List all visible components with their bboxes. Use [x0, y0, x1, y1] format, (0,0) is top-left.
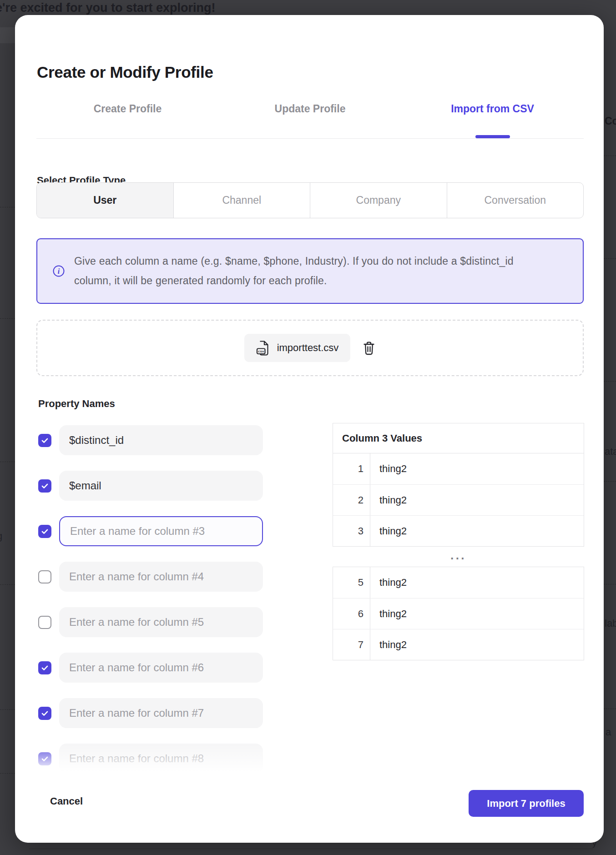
- property-checkbox-6[interactable]: [38, 661, 51, 674]
- backdrop-line: [0, 462, 15, 462]
- preview-row: 3thing2: [333, 515, 584, 546]
- check-icon: [40, 754, 49, 763]
- backdrop-line: [0, 318, 15, 319]
- info-banner-text: Give each column a name (e.g. $name, $ph…: [74, 251, 529, 291]
- preview-row: 2thing2: [333, 484, 584, 515]
- property-row-3: [38, 516, 263, 546]
- property-row-8: [38, 744, 263, 774]
- preview-row: 5thing2: [333, 567, 584, 598]
- property-names-label: Property Names: [38, 398, 115, 410]
- tab-create-profile[interactable]: Create Profile: [36, 99, 219, 122]
- property-checkbox-7[interactable]: [38, 707, 51, 720]
- preview-row-value: thing2: [370, 629, 584, 660]
- trash-icon: [362, 341, 376, 356]
- file-upload-area[interactable]: csv importtest.csv: [36, 320, 584, 376]
- property-name-input-8[interactable]: [59, 744, 263, 774]
- preview-row-value: thing2: [370, 485, 584, 515]
- preview-row-number: 7: [333, 629, 370, 660]
- info-icon: i: [52, 265, 65, 277]
- backdrop-line: [604, 584, 616, 584]
- svg-text:csv: csv: [258, 349, 264, 353]
- tabs-divider: [36, 138, 584, 139]
- property-row-7: [38, 698, 263, 728]
- column-values-rows: 1thing22thing23thing2: [333, 453, 584, 546]
- preview-row-value: thing2: [370, 516, 584, 546]
- svg-text:i: i: [58, 267, 60, 275]
- preview-row-value: thing2: [370, 567, 584, 598]
- check-icon: [40, 709, 49, 718]
- preview-row-number: 1: [333, 453, 370, 484]
- column-values-table-bottom: 5thing26thing27thing2: [333, 567, 584, 660]
- backdrop-line: [0, 773, 15, 774]
- property-name-input-4[interactable]: [59, 562, 263, 592]
- backdrop-line: [604, 381, 616, 382]
- backdrop-line: [604, 481, 616, 482]
- modal-title: Create or Modify Profile: [37, 63, 213, 81]
- backdrop-line: [604, 156, 616, 156]
- segment-company[interactable]: Company: [310, 183, 447, 218]
- preview-row-number: 5: [333, 567, 370, 598]
- column-values-header: Column 3 Values: [333, 423, 584, 453]
- property-row-5: [38, 607, 263, 637]
- property-row-2: [38, 471, 263, 501]
- property-checkbox-2[interactable]: [38, 479, 51, 493]
- property-checkbox-1[interactable]: [38, 434, 51, 447]
- backdrop-line: [604, 709, 616, 709]
- check-icon: [40, 527, 49, 536]
- page-backdrop: e're excited for you to start exploring!…: [0, 0, 616, 855]
- rows-ellipsis: ···: [333, 552, 584, 566]
- backdrop-line: [0, 709, 15, 710]
- backdrop-band: [0, 27, 15, 43]
- check-icon: [40, 436, 49, 445]
- property-row-6: [38, 653, 263, 683]
- segment-channel[interactable]: Channel: [173, 183, 310, 218]
- preview-row: 7thing2: [333, 629, 584, 660]
- segment-user[interactable]: User: [37, 183, 173, 218]
- property-name-input-7[interactable]: [59, 698, 263, 728]
- property-name-input-5[interactable]: [59, 607, 263, 637]
- info-banner: i Give each column a name (e.g. $name, $…: [36, 238, 584, 304]
- delete-file-button[interactable]: [362, 341, 376, 356]
- property-name-input-6[interactable]: [59, 653, 263, 683]
- backdrop-fragment-a: a: [606, 726, 611, 738]
- property-name-input-1[interactable]: [59, 425, 263, 455]
- property-name-input-3[interactable]: [59, 516, 263, 546]
- backdrop-heading-fragment: e're excited for you to start exploring!: [0, 1, 216, 15]
- tab-update-profile[interactable]: Update Profile: [219, 99, 401, 122]
- cancel-button[interactable]: Cancel: [50, 795, 83, 807]
- modal-tabs: Create Profile Update Profile Import fro…: [36, 99, 584, 122]
- preview-row-value: thing2: [370, 453, 584, 484]
- preview-row: 6thing2: [333, 598, 584, 629]
- backdrop-fragment-col: Col: [605, 115, 616, 127]
- preview-row-number: 3: [333, 516, 370, 546]
- property-checkbox-5[interactable]: [38, 616, 51, 629]
- backdrop-line: [604, 258, 616, 259]
- property-checkbox-4[interactable]: [38, 570, 51, 583]
- active-tab-underline: [475, 135, 510, 138]
- uploaded-file-name: importtest.csv: [277, 342, 339, 354]
- check-icon: [40, 482, 49, 490]
- uploaded-file-chip[interactable]: csv importtest.csv: [244, 334, 351, 362]
- column-values-table-top: Column 3 Values 1thing22thing23thing2: [333, 423, 584, 547]
- property-name-input-2[interactable]: [59, 471, 263, 501]
- backdrop-fragment-g: g: [0, 530, 2, 542]
- preview-row-value: thing2: [370, 598, 584, 629]
- backdrop-fragment-lab: lab: [605, 618, 616, 629]
- tab-import-from-csv[interactable]: Import from CSV: [401, 99, 584, 122]
- preview-row-number: 6: [333, 598, 370, 629]
- segment-conversation[interactable]: Conversation: [447, 183, 584, 218]
- property-row-1: [38, 425, 263, 455]
- backdrop-line: [0, 584, 15, 585]
- preview-row-number: 2: [333, 485, 370, 515]
- create-or-modify-profile-modal: Create or Modify Profile Create Profile …: [15, 15, 604, 843]
- backdrop-line: [29, 849, 593, 849]
- import-profiles-button[interactable]: Import 7 profiles: [469, 790, 584, 817]
- property-checkbox-3[interactable]: [38, 525, 51, 538]
- profile-type-segmented-control: User Channel Company Conversation: [36, 182, 584, 218]
- check-icon: [40, 664, 49, 672]
- property-checkbox-8[interactable]: [38, 752, 51, 765]
- csv-file-icon: csv: [256, 340, 270, 356]
- column-values-rows: 5thing26thing27thing2: [333, 567, 584, 660]
- backdrop-fragment-ata: ata: [605, 446, 616, 458]
- property-row-4: [38, 562, 263, 592]
